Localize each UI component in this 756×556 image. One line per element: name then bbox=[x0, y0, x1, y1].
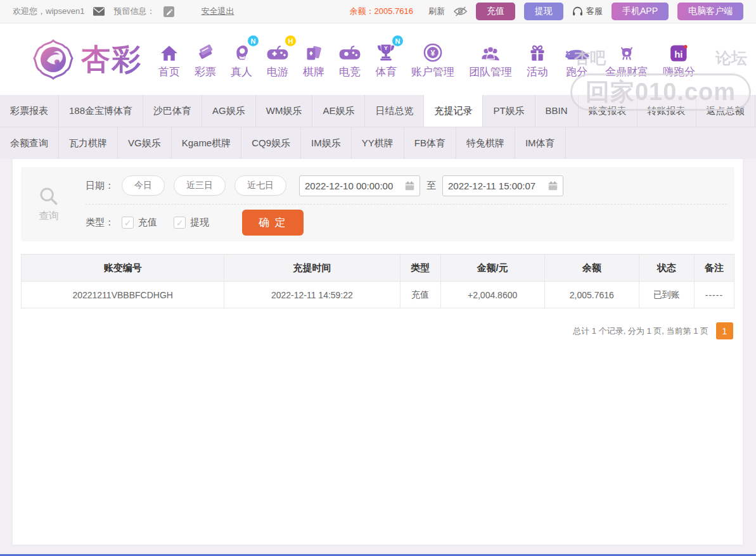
tab[interactable]: PT娱乐 bbox=[483, 95, 535, 127]
deposit-checkbox[interactable]: ✓ 充值 bbox=[122, 217, 157, 229]
tab[interactable]: YY棋牌 bbox=[352, 127, 404, 159]
welcome-text: 欢迎您，wipseven1 bbox=[13, 6, 84, 17]
balance-text: 余额：2005.7616 bbox=[350, 6, 413, 17]
confirm-button[interactable]: 确 定 bbox=[242, 210, 304, 236]
checkbox-check-icon[interactable]: ✓ bbox=[174, 217, 186, 229]
nav-account-management[interactable]: ¥ 账户管理 bbox=[411, 39, 454, 79]
cell-time: 2022-12-11 14:59:22 bbox=[224, 282, 400, 308]
hi-app-icon: hi bbox=[670, 39, 689, 62]
rhino-icon bbox=[563, 39, 591, 62]
pagination: 总计 1 个记录, 分为 1 页, 当前第 1 页 1 bbox=[21, 322, 734, 339]
cell-remark: ----- bbox=[694, 282, 734, 308]
report-tabs: 彩票报表188金宝博体育沙巴体育AG娱乐WM娱乐AE娱乐日结总览充提记录PT娱乐… bbox=[0, 95, 756, 159]
tab[interactable]: FB体育 bbox=[404, 127, 456, 159]
tab[interactable]: 转账报表 bbox=[637, 95, 696, 127]
site-header: 杏彩 首页 彩票 N 真人 H 电游 bbox=[0, 23, 756, 95]
col-header-record-id: 账变编号 bbox=[22, 255, 224, 282]
edit-icon[interactable] bbox=[163, 6, 174, 17]
tab[interactable]: 账变报表 bbox=[579, 95, 637, 127]
tab[interactable]: 彩票报表 bbox=[0, 95, 59, 127]
nav-esports[interactable]: 电竞 bbox=[339, 39, 361, 79]
tab[interactable]: VG娱乐 bbox=[118, 127, 172, 159]
team-icon bbox=[480, 39, 501, 62]
eye-off-icon[interactable] bbox=[454, 6, 467, 16]
logo-flower-icon bbox=[33, 39, 74, 80]
tab-row-2: 余额查询瓦力棋牌VG娱乐Kgame棋牌CQ9娱乐IM娱乐YY棋牌FB体育特兔棋牌… bbox=[0, 127, 756, 159]
nav-team-management[interactable]: 团队管理 bbox=[469, 39, 512, 79]
range-3days-button[interactable]: 近三日 bbox=[174, 175, 226, 196]
tab[interactable]: 特兔棋牌 bbox=[456, 127, 515, 159]
gift-icon bbox=[529, 39, 546, 62]
nav-hi-paofen[interactable]: hi 嗨跑分 bbox=[663, 39, 695, 79]
tab[interactable]: 充提记录 bbox=[424, 93, 483, 127]
checkbox-check-icon[interactable]: ✓ bbox=[122, 217, 134, 229]
lottery-ticket-icon bbox=[196, 39, 215, 62]
cauldron-icon bbox=[618, 39, 635, 62]
withdraw-button[interactable]: 提现 bbox=[524, 3, 563, 20]
cell-type: 充值 bbox=[400, 282, 440, 308]
date-to-wrap bbox=[442, 175, 563, 196]
tab[interactable]: AG娱乐 bbox=[202, 95, 256, 127]
tab-row-1: 彩票报表188金宝博体育沙巴体育AG娱乐WM娱乐AE娱乐日结总览充提记录PT娱乐… bbox=[0, 95, 756, 127]
cell-amount: +2,004.8600 bbox=[440, 282, 544, 308]
mail-icon[interactable] bbox=[93, 7, 105, 16]
col-header-remark: 备注 bbox=[694, 255, 734, 282]
tab[interactable]: IM体育 bbox=[515, 127, 566, 159]
range-today-button[interactable]: 今日 bbox=[122, 175, 165, 196]
page-1-button[interactable]: 1 bbox=[716, 322, 733, 339]
nav-slots[interactable]: H 电游 bbox=[267, 39, 288, 79]
tab[interactable]: Kgame棋牌 bbox=[172, 127, 242, 159]
withdraw-checkbox[interactable]: ✓ 提现 bbox=[174, 217, 209, 229]
tab[interactable]: 返点总额 bbox=[696, 95, 755, 127]
deposit-button[interactable]: 充值 bbox=[476, 3, 515, 20]
tab[interactable]: BBIN bbox=[535, 95, 579, 127]
date-to-input[interactable] bbox=[448, 180, 543, 191]
date-from-input[interactable] bbox=[305, 180, 400, 191]
svg-text:hi: hi bbox=[674, 49, 682, 60]
date-filter-row: 日期： 今日 近三日 近七日 至 bbox=[86, 167, 727, 204]
nav-lottery[interactable]: 彩票 bbox=[195, 39, 216, 79]
tab[interactable]: 188金宝博体育 bbox=[59, 95, 143, 127]
tab[interactable]: WM娱乐 bbox=[256, 95, 313, 127]
query-section: 查询 bbox=[21, 167, 77, 241]
logo-text: 杏彩 bbox=[81, 40, 142, 79]
tab[interactable]: CQ9娱乐 bbox=[241, 127, 301, 159]
pc-client-button[interactable]: 电脑客户端 bbox=[677, 3, 743, 20]
nav-jinding-wealth[interactable]: 金鼎财富 bbox=[605, 39, 648, 79]
main-nav: 首页 彩票 N 真人 H 电游 棋牌 bbox=[158, 39, 695, 79]
cell-record-id: 20221211VBBBFCDHGH bbox=[22, 282, 224, 308]
date-from-wrap bbox=[299, 175, 420, 196]
table-row: 20221211VBBBFCDHGH 2022-12-11 14:59:22 充… bbox=[22, 282, 734, 308]
mobile-app-button[interactable]: 手机APP bbox=[612, 3, 669, 20]
tab[interactable]: 余额查询 bbox=[0, 127, 59, 159]
col-header-status: 状态 bbox=[639, 255, 694, 282]
calendar-icon[interactable] bbox=[405, 181, 414, 191]
service-label: 客服 bbox=[586, 6, 603, 17]
badge-new: N bbox=[392, 35, 403, 46]
type-filter-row: 类型： ✓ 充值 ✓ 提现 确 定 bbox=[86, 204, 727, 241]
refresh-link[interactable]: 刷新 bbox=[428, 6, 445, 17]
date-label: 日期： bbox=[86, 180, 114, 192]
nav-sports[interactable]: Y N 体育 bbox=[375, 39, 397, 79]
nav-board-games[interactable]: 棋牌 bbox=[303, 39, 324, 79]
tab[interactable]: 瓦力棋牌 bbox=[59, 127, 118, 159]
cell-status: 已到账 bbox=[639, 282, 694, 308]
col-header-amount: 金额/元 bbox=[440, 255, 544, 282]
logout-link[interactable]: 安全退出 bbox=[201, 6, 234, 17]
badge-new: N bbox=[248, 35, 259, 46]
range-7days-button[interactable]: 近七日 bbox=[234, 175, 286, 196]
nav-promotions[interactable]: 活动 bbox=[527, 39, 548, 79]
svg-text:¥: ¥ bbox=[431, 49, 435, 58]
tab[interactable]: 沙巴体育 bbox=[143, 95, 202, 127]
nav-home[interactable]: 首页 bbox=[158, 39, 180, 79]
site-logo[interactable]: 杏彩 bbox=[33, 39, 142, 80]
tab[interactable]: 日结总览 bbox=[365, 95, 424, 127]
tab[interactable]: IM娱乐 bbox=[301, 127, 352, 159]
calendar-icon[interactable] bbox=[548, 181, 558, 191]
query-label: 查询 bbox=[39, 210, 59, 223]
tab[interactable]: AE娱乐 bbox=[312, 95, 365, 127]
home-icon bbox=[160, 39, 179, 62]
nav-paofen[interactable]: 跑分 bbox=[563, 39, 591, 79]
headset-icon[interactable]: 客服 bbox=[572, 6, 603, 17]
nav-live-casino[interactable]: N 真人 bbox=[231, 39, 252, 79]
